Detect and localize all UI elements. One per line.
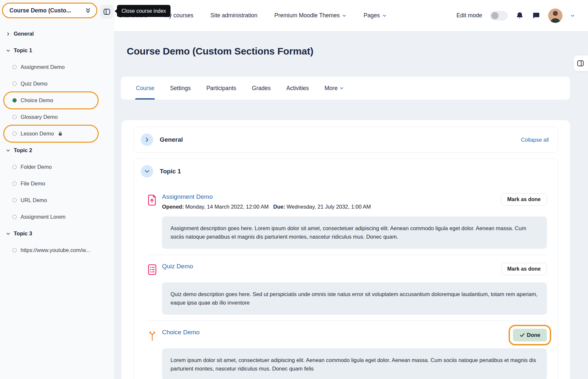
activity-link-assignment-demo[interactable]: Assignment Demo — [162, 193, 213, 200]
nav-item-premium-moodle-themes[interactable]: Premium Moodle Themes — [274, 12, 347, 19]
section-card-topic-1: Topic 1Assignment DemoOpened:Monday, 14 … — [133, 158, 558, 379]
course-index-item-label: Quiz Demo — [21, 81, 48, 87]
mark-as-done-button[interactable]: Mark as done — [501, 263, 547, 275]
course-index-item-label: File Demo — [21, 181, 45, 187]
activity-link-choice-demo[interactable]: Choice Demo — [162, 329, 200, 336]
course-index-section-label: Topic 3 — [14, 230, 32, 237]
course-index-item-https-www-youtube-com-w[interactable]: https://www.youtube.com/w... — [0, 242, 114, 259]
tab-label: Activities — [286, 85, 309, 92]
course-index-section-label: General — [14, 31, 34, 37]
course-index-section-general[interactable]: General — [0, 25, 114, 42]
tab-settings[interactable]: Settings — [170, 77, 190, 100]
mark-as-done-button[interactable]: Mark as done — [501, 193, 547, 206]
course-index-section-topic-2[interactable]: Topic 2 — [0, 142, 114, 159]
tab-grades[interactable]: Grades — [252, 77, 270, 100]
course-index-item-lesson-demo[interactable]: Lesson Demo — [0, 125, 114, 142]
course-index-item-label: Folder Demo — [21, 164, 52, 170]
completion-dot-icon — [12, 248, 17, 252]
course-selector-dropdown[interactable]: Course Demo (Custo... — [2, 3, 97, 18]
course-index-item-folder-demo[interactable]: Folder Demo — [0, 159, 114, 175]
course-index-item-quiz-demo[interactable]: Quiz Demo — [0, 75, 114, 92]
course-index-item-choice-demo[interactable]: Choice Demo — [0, 92, 114, 109]
section-header-topic-1: Topic 1 — [134, 159, 558, 184]
nav-item-site-administration[interactable]: Site administration — [210, 12, 257, 19]
activity-description: Quiz demo description goes here. Sed ut … — [162, 282, 547, 315]
user-avatar[interactable] — [548, 8, 563, 23]
nav-item-label: Premium Moodle Themes — [274, 12, 340, 19]
activity-main: Quiz Demo — [162, 263, 193, 270]
chevron-down-icon — [6, 231, 10, 236]
date-value: Monday, 14 March 2022, 12:00 AM — [185, 204, 269, 210]
completion-button-wrap: Mark as done — [501, 263, 547, 275]
course-index-item-label: Glossary Demo — [21, 114, 58, 120]
chevron-right-icon — [6, 32, 10, 36]
choice-icon — [147, 329, 157, 342]
completion-dot-icon — [12, 115, 17, 119]
course-index-drawer: Course Demo (Custo... GeneralTopic 1Assi… — [0, 0, 114, 379]
chevron-down-icon — [339, 86, 344, 90]
date-label: Due: — [273, 204, 286, 210]
nav-item-label: Site administration — [210, 12, 257, 19]
course-index-item-url-demo[interactable]: URL Demo — [0, 192, 114, 209]
activity-dates: Opened:Monday, 14 March 2022, 12:00 AMDu… — [162, 204, 371, 210]
course-index-item-assignment-demo[interactable]: Assignment Demo — [0, 59, 114, 75]
completion-dot-icon — [12, 182, 17, 186]
chevron-down-icon — [342, 13, 347, 18]
user-menu-chevron-down-icon[interactable] — [570, 13, 575, 18]
completion-dot-icon — [12, 165, 17, 169]
course-index-section-label: Topic 2 — [14, 147, 32, 153]
collapse-all-link[interactable]: Collapse all — [521, 137, 549, 143]
tab-participants[interactable]: Participants — [206, 77, 236, 100]
sidebar-left-panel-icon — [103, 8, 111, 16]
course-index-list: GeneralTopic 1Assignment DemoQuiz DemoCh… — [0, 25, 114, 259]
tab-more[interactable]: More — [325, 77, 344, 100]
course-index-item-label: Choice Demo — [21, 97, 53, 103]
course-index-item-assignment-lorem[interactable]: Assignment Lorem — [0, 209, 114, 225]
course-sections-container: GeneralCollapse allTopic 1Assignment Dem… — [122, 120, 570, 379]
completion-dot-icon — [12, 65, 17, 69]
section-title: Topic 1 — [160, 168, 181, 175]
completion-button-label: Mark as done — [507, 266, 541, 272]
close-course-index-button[interactable] — [100, 5, 113, 19]
course-index-section-label: Topic 1 — [14, 47, 32, 54]
chevron-right-icon — [144, 136, 150, 143]
activity-main: Choice Demo — [162, 329, 200, 336]
moodle-course-page: DashboardMy coursesSite administrationPr… — [0, 0, 588, 379]
date-label: Opened: — [162, 204, 184, 210]
completion-dot-complete-icon — [12, 98, 17, 103]
messages-chat-icon[interactable] — [532, 11, 540, 20]
tab-label: Grades — [252, 85, 270, 92]
edit-mode-label: Edit mode — [456, 12, 482, 19]
activity-row: Choice DemoDone — [147, 329, 547, 342]
completion-button-wrap: Done — [513, 329, 547, 341]
course-selector-label: Course Demo (Custo... — [9, 7, 85, 14]
course-index-section-topic-1[interactable]: Topic 1 — [0, 42, 114, 59]
close-course-index-tooltip: Close course index — [117, 5, 171, 17]
completion-dot-icon — [12, 132, 17, 136]
nav-item-pages[interactable]: Pages — [364, 12, 387, 19]
course-index-item-glossary-demo[interactable]: Glossary Demo — [0, 109, 114, 125]
course-index-item-label: Assignment Lorem — [21, 214, 66, 220]
course-index-section-topic-3[interactable]: Topic 3 — [0, 225, 114, 242]
course-index-item-label: https://www.youtube.com/w... — [21, 247, 90, 253]
completion-dot-icon — [12, 82, 17, 86]
activity-row: Quiz DemoMark as done — [147, 263, 547, 276]
edit-mode-toggle[interactable] — [490, 11, 508, 20]
section-header-general: GeneralCollapse all — [134, 127, 558, 152]
tab-label: Settings — [170, 85, 190, 92]
activity-link-quiz-demo[interactable]: Quiz Demo — [162, 263, 193, 270]
notifications-bell-icon[interactable] — [515, 11, 524, 20]
section-card-general: GeneralCollapse all — [133, 127, 558, 153]
tab-activities[interactable]: Activities — [286, 77, 309, 100]
open-block-drawer-button[interactable] — [574, 55, 588, 71]
chevron-down-icon — [6, 48, 10, 53]
course-index-item-file-demo[interactable]: File Demo — [0, 175, 114, 192]
section-collapse-toggle[interactable] — [141, 134, 153, 146]
section-collapse-toggle[interactable] — [141, 165, 153, 178]
activity-description: Assignment description goes here. Lorem … — [162, 216, 547, 249]
tab-label: Participants — [206, 85, 236, 92]
tab-course[interactable]: Course — [136, 77, 154, 100]
section-title: General — [160, 136, 183, 143]
sidebar-right-panel-icon — [577, 59, 584, 67]
done-button[interactable]: Done — [513, 329, 547, 341]
